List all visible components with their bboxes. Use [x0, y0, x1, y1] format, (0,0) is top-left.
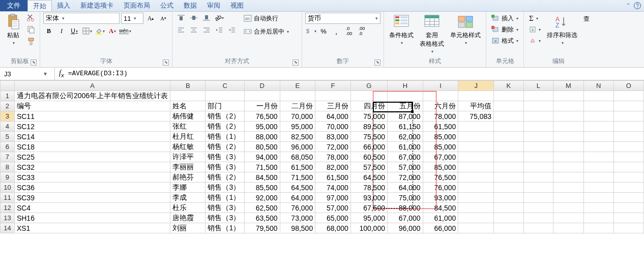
comma-button[interactable]: , — [331, 26, 342, 36]
column-header[interactable]: N — [583, 81, 613, 91]
select-all-corner[interactable] — [1, 81, 15, 91]
cell[interactable]: 96,000 — [387, 223, 423, 233]
cell[interactable]: 60,500 — [350, 152, 387, 162]
cell[interactable]: 97,000 — [315, 193, 351, 203]
cell[interactable]: 四月份 — [350, 101, 387, 111]
cell[interactable] — [523, 203, 553, 213]
cell[interactable]: 64,000 — [280, 193, 315, 203]
cell[interactable]: 67,000 — [423, 152, 458, 162]
sort-filter-button[interactable]: AZ 排序和筛选▾ — [545, 13, 579, 46]
cell[interactable]: 61,000 — [423, 213, 458, 223]
cell[interactable]: 销售（3） — [206, 203, 244, 213]
name-box[interactable]: ▾ — [0, 68, 55, 80]
phonetic-button[interactable]: wén▾ — [120, 26, 131, 36]
help-icon[interactable]: ? — [634, 2, 641, 9]
dialog-launcher[interactable]: ⬊ — [163, 59, 169, 66]
align-left-button[interactable] — [175, 25, 187, 35]
cell[interactable]: 85,500 — [244, 183, 280, 193]
column-header[interactable]: C — [206, 81, 244, 91]
column-header[interactable]: F — [315, 81, 351, 91]
cell[interactable] — [494, 111, 524, 122]
ribbon-tab-0[interactable]: 开始 — [27, 0, 52, 11]
cell[interactable] — [458, 183, 494, 193]
border-button[interactable]: ▾ — [81, 26, 93, 36]
row-header[interactable]: 10 — [1, 183, 15, 193]
cell[interactable]: 销售（2） — [206, 142, 244, 152]
cell[interactable] — [458, 122, 494, 132]
column-header[interactable]: M — [553, 81, 583, 91]
cell[interactable] — [523, 213, 553, 223]
cell[interactable] — [583, 203, 613, 213]
cell[interactable]: SC33 — [14, 172, 170, 183]
delete-cells-button[interactable]: 删除▾ — [489, 24, 520, 35]
cell[interactable]: 销售（3） — [206, 213, 244, 223]
cell[interactable] — [423, 91, 458, 101]
cell[interactable] — [280, 91, 315, 101]
cell[interactable] — [458, 172, 494, 183]
cell[interactable]: 72,000 — [315, 142, 351, 152]
file-tab[interactable]: 文件 — [0, 0, 27, 11]
autosum-button[interactable]: Σ▾ — [527, 13, 543, 24]
cell[interactable] — [458, 142, 494, 152]
cell[interactable]: 71,500 — [244, 162, 280, 172]
cell[interactable]: 79,500 — [244, 223, 280, 233]
cell[interactable]: 杜月红 — [170, 132, 206, 142]
cell[interactable] — [613, 193, 643, 203]
cell[interactable] — [523, 111, 553, 122]
row-header[interactable]: 9 — [1, 172, 15, 183]
cell[interactable]: 许泽平 — [170, 152, 206, 162]
cell[interactable] — [350, 91, 387, 101]
cell[interactable] — [583, 122, 613, 132]
cell[interactable]: 刘丽 — [170, 223, 206, 233]
align-right-button[interactable] — [201, 25, 212, 35]
cell[interactable] — [494, 213, 524, 223]
cell[interactable] — [458, 203, 494, 213]
cell[interactable]: 销售（3） — [206, 183, 244, 193]
cell[interactable]: 93,000 — [350, 193, 387, 203]
ribbon-tab-3[interactable]: 页面布局 — [119, 0, 155, 11]
cell[interactable]: 75,500 — [350, 132, 387, 142]
cell[interactable] — [553, 91, 583, 101]
cell[interactable] — [523, 193, 553, 203]
cell[interactable]: 74,000 — [315, 183, 351, 193]
cell[interactable]: 75,083 — [458, 111, 494, 122]
cell[interactable] — [315, 91, 351, 101]
cell[interactable]: 销售（2） — [206, 122, 244, 132]
cell[interactable] — [458, 152, 494, 162]
accounting-format-button[interactable]: $▾ — [305, 26, 316, 36]
cell[interactable]: 66,000 — [423, 223, 458, 233]
cell[interactable] — [583, 101, 613, 111]
cell[interactable] — [583, 172, 613, 183]
dialog-launcher[interactable]: ⬊ — [374, 59, 380, 66]
cell[interactable]: SC14 — [14, 132, 170, 142]
column-header[interactable]: K — [494, 81, 524, 91]
insert-cells-button[interactable]: 插入▾ — [489, 13, 520, 24]
cell[interactable] — [553, 132, 583, 142]
font-color-button[interactable]: A▾ — [107, 26, 118, 36]
cell[interactable] — [553, 203, 583, 213]
cell[interactable]: 李娜 — [170, 183, 206, 193]
cell[interactable]: 郝艳芬 — [170, 172, 206, 183]
cell[interactable]: 姓名 — [170, 101, 206, 111]
cell[interactable] — [613, 152, 643, 162]
cell[interactable] — [613, 203, 643, 213]
align-middle-button[interactable] — [188, 13, 199, 23]
cell[interactable] — [494, 223, 524, 233]
column-header[interactable]: I — [423, 81, 458, 91]
cell[interactable] — [613, 183, 643, 193]
cell[interactable]: 93,000 — [423, 193, 458, 203]
cell[interactable] — [613, 172, 643, 183]
cell[interactable]: 平均值 — [458, 101, 494, 111]
fx-icon[interactable]: fx — [59, 69, 64, 78]
cell[interactable]: 78,000 — [423, 111, 458, 122]
orientation-button[interactable]: ab▾ — [214, 13, 225, 23]
cell[interactable]: 78,000 — [315, 152, 351, 162]
font-name-combo[interactable]: 宋体▾ — [43, 13, 120, 24]
cell[interactable]: 杨伟健 — [170, 111, 206, 122]
dialog-launcher[interactable]: ⬊ — [31, 59, 37, 66]
cell[interactable] — [244, 91, 280, 101]
ribbon-tab-5[interactable]: 数据 — [179, 0, 202, 11]
cell[interactable]: 94,000 — [244, 152, 280, 162]
cell[interactable]: 73,000 — [280, 213, 315, 223]
cell[interactable] — [583, 223, 613, 233]
